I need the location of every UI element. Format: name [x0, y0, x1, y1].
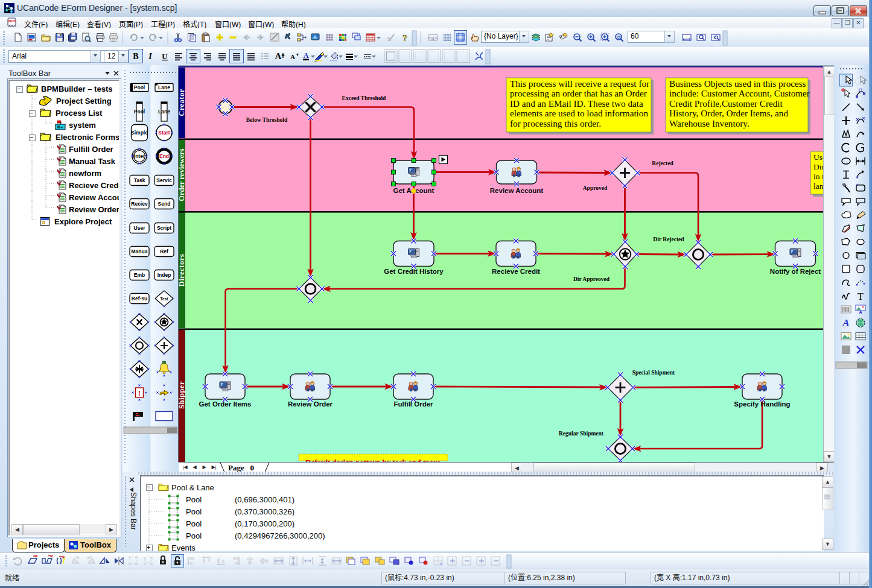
svg-text:Get Credit History: Get Credit History	[384, 268, 444, 275]
svg-text:Manua: Manua	[132, 248, 148, 254]
svg-text:Review Order: Review Order	[288, 400, 333, 408]
svg-text:processing an order that has a: processing an order that has an Order	[510, 88, 647, 98]
svg-text:include: Customer Account, Cus: include: Customer Account, Customer	[669, 88, 810, 98]
svg-text:Dir Appreoved: Dir Appreoved	[573, 276, 610, 282]
svg-text:Exceed Threshold: Exceed Threshold	[342, 95, 386, 101]
svg-text:Lane: Lane	[158, 109, 170, 115]
svg-text:This process will receive a re: This process will receive a request for	[510, 78, 649, 89]
svg-text:?: ?	[403, 33, 407, 43]
svg-text:Servic: Servic	[156, 177, 172, 183]
svg-text:Test: Test	[161, 297, 169, 301]
svg-text:Emb: Emb	[134, 272, 145, 278]
svg-text:Dir Rejected: Dir Rejected	[653, 236, 684, 242]
svg-text:A: A	[304, 51, 309, 60]
svg-text:Send: Send	[158, 201, 171, 207]
svg-text:I: I	[148, 52, 152, 61]
svg-text:Reciev: Reciev	[131, 201, 148, 207]
svg-text:ID and an EMail ID. These two: ID and an EMail ID. These two data	[510, 98, 643, 109]
svg-text:Creator: Creator	[179, 89, 186, 116]
svg-text:B: B	[133, 52, 138, 61]
svg-text:Review Account: Review Account	[490, 187, 544, 194]
svg-text:lane: lane	[813, 182, 823, 191]
svg-text:@: @	[616, 34, 621, 40]
svg-text:Approved: Approved	[583, 185, 608, 191]
svg-text:Script: Script	[157, 225, 171, 231]
svg-text:Get Order Items: Get Order Items	[199, 400, 252, 408]
svg-text:Start: Start	[158, 130, 170, 136]
svg-text:A: A	[290, 53, 295, 60]
svg-text:DOC: DOC	[8, 19, 17, 23]
svg-text:Use: Use	[813, 153, 823, 162]
svg-text:Fulfill Order: Fulfill Order	[393, 400, 433, 408]
svg-text:Notify of Reject: Notify of Reject	[770, 268, 821, 275]
svg-text:T: T	[858, 291, 864, 302]
svg-text:in t: in t	[813, 172, 823, 181]
svg-text:End: End	[159, 153, 169, 159]
svg-text:Business Objects used in this: Business Objects used in this process	[669, 78, 806, 89]
svg-text:U: U	[162, 52, 168, 61]
svg-text:Warehouse Inventory.: Warehouse Inventory.	[669, 118, 749, 128]
svg-text:Below Threshold: Below Threshold	[246, 117, 288, 123]
svg-text:History, Order, Order Items, a: History, Order, Order Items, and	[669, 108, 788, 118]
svg-text:Indep: Indep	[158, 272, 171, 278]
svg-text:elements are used to load info: elements are used to load information	[510, 108, 648, 118]
svg-text:A: A	[275, 51, 282, 61]
svg-text:Special Shipment: Special Shipment	[632, 370, 675, 376]
svg-text:Ref-su: Ref-su	[132, 296, 147, 302]
svg-text:<a>: <a>	[428, 35, 438, 41]
svg-text:Pool: Pool	[134, 109, 145, 115]
svg-text:Credit Profile,Customer Credit: Credit Profile,Customer Credit	[669, 98, 783, 109]
svg-text:Regular Shipment: Regular Shipment	[559, 431, 604, 437]
svg-text:A: A	[842, 317, 849, 329]
svg-text:User: User	[134, 225, 146, 231]
svg-text:!: !	[138, 388, 141, 397]
svg-text:Dir: Dir	[813, 162, 823, 171]
svg-text:Inter: Inter	[134, 153, 145, 159]
svg-text:Recieve Credit: Recieve Credit	[492, 268, 540, 275]
svg-text:for processing this order.: for processing this order.	[510, 118, 601, 128]
svg-text:Pool: Pool	[134, 84, 145, 90]
svg-text:Default design pattern by task: Default design pattern by task and more	[305, 458, 441, 463]
svg-text:Order reviewers: Order reviewers	[179, 148, 186, 201]
svg-text:Directors: Directors	[179, 254, 186, 286]
svg-text:A: A	[859, 310, 862, 314]
svg-text:Shipper: Shipper	[179, 381, 186, 409]
svg-text:Specify Handling: Specify Handling	[734, 400, 790, 408]
svg-text:Rejected: Rejected	[652, 160, 673, 166]
svg-text:Task: Task	[134, 177, 145, 183]
svg-text:Simple: Simple	[131, 130, 148, 136]
svg-text:Page 0: Page 0	[228, 463, 254, 472]
svg-text:Lane: Lane	[158, 84, 170, 90]
svg-text:Ref: Ref	[160, 248, 168, 254]
